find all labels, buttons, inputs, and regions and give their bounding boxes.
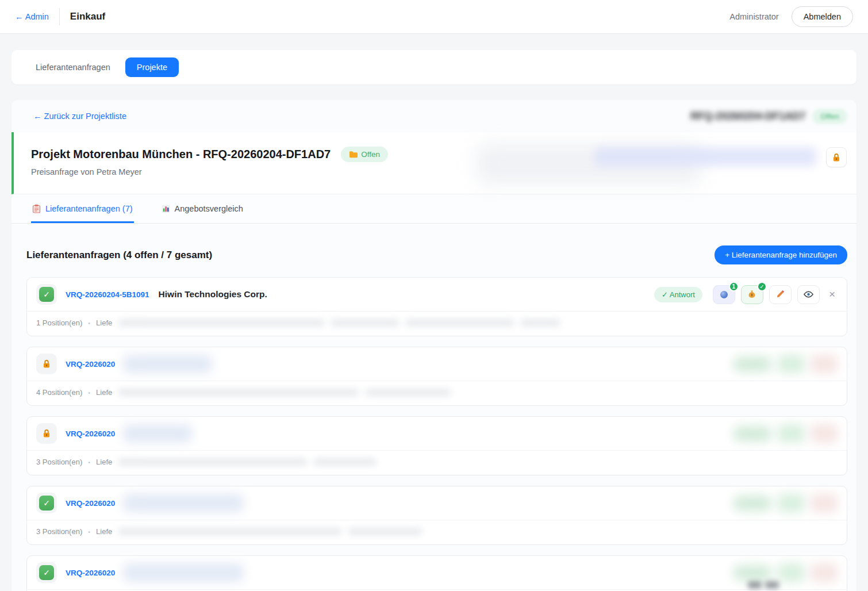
project-status-label: Offen xyxy=(361,150,380,159)
request-id-link[interactable]: VRQ-2026020 xyxy=(66,429,115,438)
redacted-badge xyxy=(733,565,772,581)
meta-prefix: Liefe xyxy=(96,458,112,466)
redacted-button xyxy=(811,494,838,512)
attachment-count-badge: 1 xyxy=(729,282,739,291)
back-to-admin-link[interactable]: ← Admin xyxy=(15,12,49,21)
tab-offer-comparison[interactable]: Angebotsvergleich xyxy=(160,194,244,223)
redacted-control xyxy=(765,581,779,589)
redacted-meta xyxy=(118,389,359,396)
request-id-link[interactable]: VRQ-20260204-5B1091 xyxy=(66,290,149,299)
logout-button[interactable]: Abmelden xyxy=(792,6,853,27)
redacted-button xyxy=(778,355,805,373)
project-subtitle: Preisanfrage von Petra Meyer xyxy=(31,167,837,176)
meta-separator xyxy=(88,458,90,466)
edit-button[interactable] xyxy=(769,285,792,304)
redacted-status-badge: Offen xyxy=(812,109,847,124)
tab-lieferantenanfragen[interactable]: Lieferantenanfragen xyxy=(36,63,110,72)
redacted-button xyxy=(778,563,805,582)
user-role-label: Administrator xyxy=(729,12,778,21)
redacted-meta xyxy=(348,528,423,535)
status-checked-icon: ✓ xyxy=(36,493,57,513)
redacted-badge xyxy=(733,496,772,511)
attachments-button[interactable]: 1 xyxy=(713,285,735,304)
answer-badge: ✓ Antwort xyxy=(654,287,702,302)
redacted-supplier-name xyxy=(123,563,244,582)
tab-supplier-requests-label: Lieferantenanfragen (7) xyxy=(45,204,133,213)
supplier-name: Hiwin Technologies Corp. xyxy=(159,289,267,300)
project-status-badge: Offen xyxy=(341,147,388,162)
tab-projekte[interactable]: Projekte xyxy=(125,57,179,77)
lock-icon xyxy=(42,359,51,369)
redacted-meta xyxy=(118,458,308,466)
status-checked-icon: ✓ xyxy=(36,562,57,583)
redacted-supplier-name xyxy=(123,424,192,443)
positions-count: 4 Position(en) xyxy=(36,388,82,397)
meta-prefix: Liefe xyxy=(96,318,112,327)
redacted-supplier-name xyxy=(123,494,244,512)
positions-count: 3 Position(en) xyxy=(36,458,82,466)
status-checked-icon: ✓ xyxy=(36,284,57,305)
supplier-request-row: ✓ VRQ-2026020 2 Position(en) Lieferant: … xyxy=(26,555,847,591)
lock-button[interactable] xyxy=(826,147,847,167)
page-title: Einkauf xyxy=(70,11,105,22)
bar-chart-icon xyxy=(162,205,170,213)
attachment-icon xyxy=(720,291,728,298)
meta-prefix: Liefe xyxy=(96,388,112,397)
redacted-share-link xyxy=(595,147,816,166)
redacted-supplier-name xyxy=(123,355,212,373)
request-id-link[interactable]: VRQ-2026020 xyxy=(66,499,115,508)
list-heading: Lieferantenanfragen (4 offen / 7 gesamt) xyxy=(26,250,212,261)
redacted-badge xyxy=(733,426,772,442)
status-locked-icon xyxy=(36,354,57,374)
lock-icon xyxy=(832,153,841,162)
redacted-button xyxy=(811,424,838,443)
tab-supplier-requests[interactable]: Lieferantenanfragen (7) xyxy=(31,194,134,223)
supplier-request-row: ✓ VRQ-2026020 3 Position(en) Liefe xyxy=(26,486,847,545)
folder-icon xyxy=(349,151,358,158)
redacted-button xyxy=(778,494,805,512)
remove-row-button[interactable]: × xyxy=(827,288,838,301)
meta-separator xyxy=(88,527,90,536)
positions-count: 3 Position(en) xyxy=(36,527,82,536)
redacted-meta xyxy=(520,319,560,327)
status-locked-icon xyxy=(36,423,57,444)
redacted-badge xyxy=(733,356,772,372)
request-id-link[interactable]: VRQ-2026020 xyxy=(66,360,115,369)
positions-count: 1 Position(en) xyxy=(36,318,82,327)
offer-check-badge: ✓ xyxy=(757,282,767,291)
redacted-button xyxy=(811,563,838,582)
pencil-icon xyxy=(776,290,784,298)
supplier-request-row: VRQ-2026020 3 Position(en) Liefe xyxy=(26,416,847,475)
meta-separator xyxy=(88,388,90,397)
supplier-request-row: VRQ-2026020 4 Position(en) Liefe xyxy=(26,347,847,406)
project-detail-card: ← Zurück zur Projektliste RFQ-20260204-D… xyxy=(11,100,857,591)
section-switcher: Lieferantenanfragen Projekte xyxy=(11,50,857,85)
eye-icon xyxy=(804,291,813,298)
meta-prefix: Liefe xyxy=(96,527,112,536)
redacted-meta xyxy=(405,319,514,327)
project-tabs: Lieferantenanfragen (7) Angebotsvergleic… xyxy=(11,194,857,224)
clipboard-icon xyxy=(32,204,41,213)
tab-offer-comparison-label: Angebotsvergleich xyxy=(175,204,243,213)
request-id-link[interactable]: VRQ-2026020 xyxy=(66,569,115,577)
header-divider xyxy=(59,8,60,25)
offer-button[interactable]: ✓ xyxy=(741,285,763,304)
project-header: Projekt Motorenbau München - RFQ-2026020… xyxy=(11,132,857,194)
project-title: Projekt Motorenbau München - RFQ-2026020… xyxy=(31,148,331,161)
app-header: ← Admin Einkauf Administrator Abmelden xyxy=(0,0,868,34)
redacted-button xyxy=(811,355,838,373)
money-bag-icon xyxy=(747,290,756,299)
redacted-button xyxy=(778,424,805,443)
redacted-meta xyxy=(118,528,342,535)
meta-separator xyxy=(88,318,90,327)
redacted-meta xyxy=(331,319,400,327)
back-to-project-list-link[interactable]: ← Zurück zur Projektliste xyxy=(33,112,126,121)
add-supplier-request-button[interactable]: + Lieferantenanfrage hinzufügen xyxy=(715,245,847,264)
redacted-meta xyxy=(118,319,325,327)
supplier-request-row: ✓ VRQ-20260204-5B1091 Hiwin Technologies… xyxy=(26,277,847,336)
redacted-control xyxy=(748,581,762,589)
lock-icon xyxy=(42,429,51,438)
redacted-meta xyxy=(365,389,451,396)
view-button[interactable] xyxy=(797,285,820,304)
redacted-meta xyxy=(313,458,377,466)
